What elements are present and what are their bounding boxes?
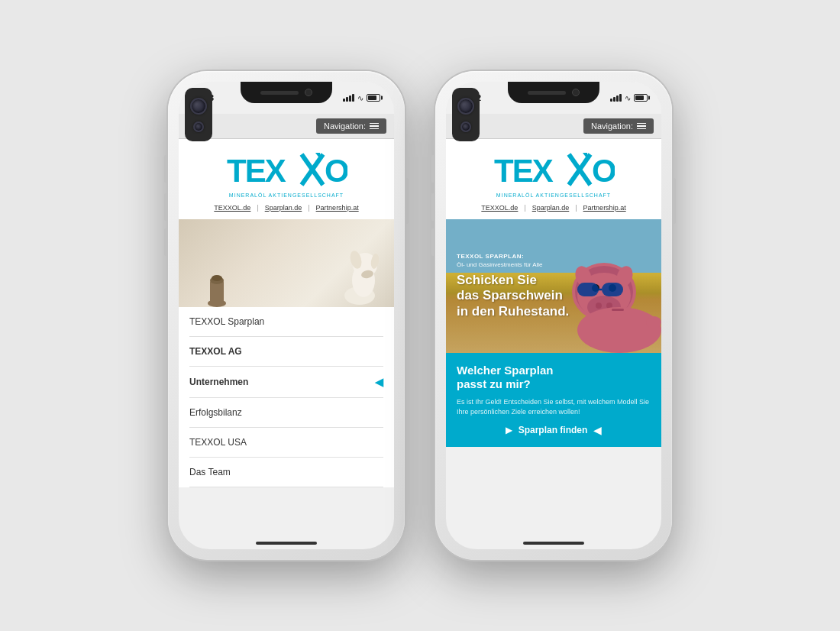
menu-item-2[interactable]: Unternehmen ◀: [189, 367, 383, 398]
svg-text:OL: OL: [325, 153, 347, 188]
signal-bar-3: [349, 95, 351, 102]
wifi-icon-right: ∿: [625, 94, 631, 102]
signal-bar-1: [343, 99, 345, 102]
banner-tag: TEXXOL SPARPLAN:: [457, 253, 651, 260]
banner-overlay: TEXXOL SPARPLAN: Öl- und Gasinvestments …: [446, 219, 661, 353]
hero-image-left: [179, 219, 394, 307]
dog-svg: [325, 238, 379, 307]
battery-icon-right: [634, 94, 648, 102]
scene: 19:13 ∿: [0, 0, 840, 631]
navlink-partnership-left[interactable]: Partnership.at: [316, 204, 359, 212]
hamburger-icon-left: [370, 123, 379, 130]
camera-lens-secondary: [193, 121, 204, 132]
front-camera-left: [305, 89, 312, 96]
nav-links-left: TEXXOL.de | Sparplan.de | Partnership.at: [214, 204, 358, 212]
logo-subtitle-left: MINERALÖL AKTIENGESELLSCHAFT: [229, 193, 344, 198]
menu-item-4[interactable]: TEXXOL USA: [189, 428, 383, 458]
svg-text:TEX: TEX: [494, 153, 554, 188]
home-indicator-left: [256, 542, 317, 545]
navlink-texxol-left[interactable]: TEXXOL.de: [214, 204, 250, 212]
svg-text:TEX: TEX: [227, 153, 286, 188]
battery-fill-left: [368, 95, 376, 100]
texxol-logo-left: TEX OL: [225, 151, 347, 191]
notch-right: [508, 82, 599, 103]
home-indicator-right: [523, 542, 584, 545]
menu-item-5[interactable]: Das Team: [189, 458, 383, 487]
web-content-right: Navigation: TEX: [446, 114, 661, 447]
menu-item-1[interactable]: TEXXOL AG: [189, 337, 383, 367]
texxol-logo-right: TEX OL: [493, 151, 615, 191]
logo-area-right: TEX OL MINERALÖL AKTIENGESELLSCHAFT TEXX…: [446, 139, 661, 219]
logo-area-left: TEX OL MINERALÖL AKTIENGESELLSCHAFT TEXX…: [179, 139, 394, 219]
texxol-logo-svg-right: TEX OL: [493, 151, 615, 188]
nav-links-right: TEXXOL.de | Sparplan.de | Partnership.at: [481, 204, 625, 212]
play-icon[interactable]: ▶: [506, 425, 512, 435]
navigation-label-right: Navigation:: [591, 121, 633, 131]
web-content-left: Navigation: TEX: [179, 114, 394, 487]
battery-icon-left: [367, 94, 380, 102]
signal-right: [610, 94, 622, 102]
camera-lens-main: [190, 98, 207, 115]
texxol-logo-svg-left: TEX OL: [225, 151, 347, 188]
camera-lens-main-right: [457, 98, 474, 115]
navlink-sparplan-right[interactable]: Sparplan.de: [532, 204, 570, 212]
banner-subtitle: Öl- und Gasinvestments für Alle: [457, 261, 651, 268]
navigation-label-left: Navigation:: [324, 121, 366, 131]
hero-banner-right: TEXXOL SPARPLAN: Öl- und Gasinvestments …: [446, 219, 661, 353]
cta-card: Welcher Sparplanpasst zu mir? Es ist Ihr…: [446, 353, 661, 447]
screen-right: 19:12 ∿: [446, 82, 661, 549]
cta-title: Welcher Sparplanpasst zu mir?: [457, 364, 651, 391]
menu-list-left: TEXXOL Sparplan TEXXOL AG Unternehmen ◀ …: [179, 307, 394, 487]
navlink-texxol-right[interactable]: TEXXOL.de: [481, 204, 518, 212]
notch-left: [241, 82, 332, 103]
signal-bar-4: [352, 94, 354, 102]
status-icons-left: ∿: [343, 94, 380, 102]
speaker-right: [528, 91, 566, 95]
cta-button-row: ▶ Sparplan finden ◀: [457, 424, 651, 436]
menu-item-0[interactable]: TEXXOL Sparplan: [189, 307, 383, 337]
navlink-sparplan-left[interactable]: Sparplan.de: [265, 204, 302, 212]
cta-arrow-icon: ◀: [593, 424, 602, 436]
cta-description: Es ist Ihr Geld! Entscheiden Sie selbst,…: [457, 397, 651, 416]
phone-left: 19:13 ∿: [168, 71, 405, 560]
cta-button-label[interactable]: Sparplan finden: [519, 425, 588, 435]
navlink-partnership-right[interactable]: Partnership.at: [583, 204, 626, 212]
hamburger-icon-right: [637, 123, 646, 130]
speaker-left: [260, 91, 299, 95]
camera-module-left: [185, 88, 212, 141]
wifi-icon-left: ∿: [357, 94, 363, 102]
screen-left: 19:13 ∿: [179, 82, 394, 549]
menu-item-3[interactable]: Erfolgsbilanz: [189, 398, 383, 428]
front-camera-right: [572, 89, 580, 96]
thimble-svg: [205, 269, 228, 307]
svg-text:OL: OL: [592, 153, 615, 188]
camera-module-right: [452, 88, 480, 141]
navigation-button-right[interactable]: Navigation:: [583, 118, 654, 134]
navigation-button-left[interactable]: Navigation:: [316, 118, 386, 134]
battery-fill-right: [635, 95, 644, 100]
logo-subtitle-right: MINERALÖL AKTIENGESELLSCHAFT: [496, 193, 611, 198]
menu-arrow-icon: ◀: [375, 376, 383, 388]
camera-lens-secondary-right: [460, 121, 471, 132]
svg-point-8: [212, 275, 222, 281]
phone-right: 19:12 ∿: [435, 71, 672, 560]
signal-bar-2: [346, 97, 348, 102]
status-icons-right: ∿: [610, 94, 648, 102]
signal-left: [343, 94, 354, 102]
banner-title: Schicken Siedas Sparschweinin den Ruhest…: [457, 273, 651, 319]
